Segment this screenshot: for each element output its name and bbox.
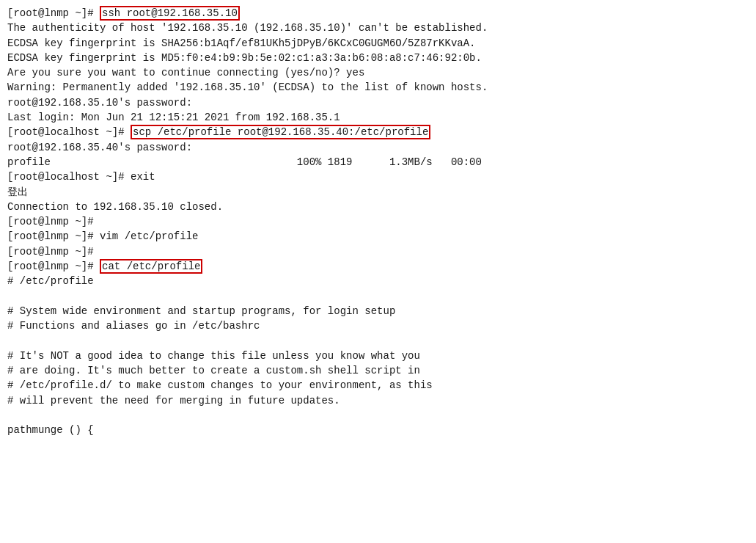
terminal-line: [root@lnmp ~]# ssh root@192.168.35.10	[7, 6, 749, 21]
terminal-line: # Functions and aliases go in /etc/bashr…	[7, 318, 749, 333]
terminal-line: # will prevent the need for merging in f…	[7, 393, 749, 408]
terminal-line: Are you sure you want to continue connec…	[7, 65, 749, 80]
highlight-ssh-command: ssh root@192.168.35.10	[100, 6, 240, 21]
terminal-line: Last login: Mon Jun 21 12:15:21 2021 fro…	[7, 110, 749, 125]
terminal-line: root@192.168.35.10's password:	[7, 95, 749, 110]
terminal-line: [root@lnmp ~]# cat /etc/profile	[7, 259, 749, 274]
terminal-empty-line	[7, 289, 749, 304]
terminal-line: [root@lnmp ~]#	[7, 244, 749, 259]
terminal-line: # It's NOT a good idea to change this fi…	[7, 349, 749, 363]
terminal-line: ECDSA key fingerprint is MD5:f0:e4:b9:9b…	[7, 51, 749, 65]
terminal-line: [root@localhost ~]# exit	[7, 170, 749, 184]
terminal-line: [root@lnmp ~]#	[7, 214, 749, 229]
terminal-line: The authenticity of host '192.168.35.10 …	[7, 21, 749, 35]
terminal-empty-line	[7, 408, 749, 423]
terminal-line: Connection to 192.168.35.10 closed.	[7, 200, 749, 214]
terminal-line: # are doing. It's much better to create …	[7, 363, 749, 378]
terminal-line: [root@localhost ~]# scp /etc/profile roo…	[7, 125, 749, 139]
terminal-line: profile 100% 1819 1.3MB/s 00:00	[7, 155, 749, 170]
terminal-line: Warning: Permanently added '192.168.35.1…	[7, 80, 749, 95]
terminal-line: ECDSA key fingerprint is SHA256:b1Aqf/ef…	[7, 36, 749, 51]
terminal-empty-line	[7, 334, 749, 349]
highlight-cat-command: cat /etc/profile	[100, 259, 202, 274]
terminal-line: 登出	[7, 185, 749, 200]
terminal-line: # /etc/profile	[7, 274, 749, 288]
highlight-scp-command: scp /etc/profile root@192.168.35.40:/etc…	[131, 125, 430, 139]
terminal-line: # /etc/profile.d/ to make custom changes…	[7, 378, 749, 393]
terminal-window[interactable]: [root@lnmp ~]# ssh root@192.168.35.10 Th…	[0, 0, 756, 543]
terminal-line: root@192.168.35.40's password:	[7, 140, 749, 155]
terminal-line: pathmunge () {	[7, 423, 749, 437]
terminal-line: # System wide environment and startup pr…	[7, 304, 749, 318]
terminal-line: [root@lnmp ~]# vim /etc/profile	[7, 229, 749, 244]
